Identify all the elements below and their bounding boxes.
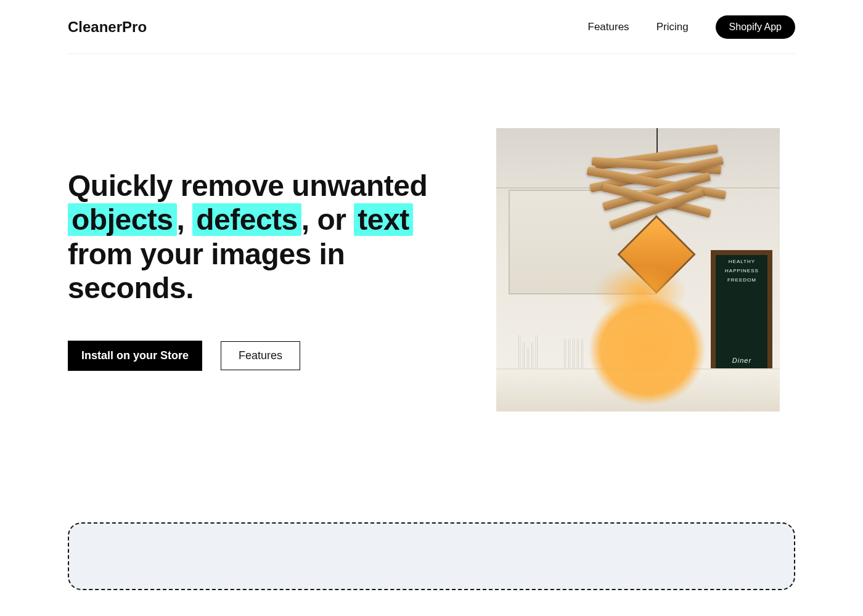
upload-dropzone[interactable] [68, 522, 795, 590]
brand-logo: CleanerPro [68, 18, 147, 36]
headline-lead: Quickly remove unwanted [68, 169, 427, 202]
hero-section: Quickly remove unwanted objects, defects… [68, 54, 795, 522]
nav-link-features[interactable]: Features [588, 21, 629, 33]
headline-highlight-objects: objects [68, 203, 177, 236]
hero-copy: Quickly remove unwanted objects, defects… [68, 169, 444, 371]
headline-highlight-defects: defects [192, 203, 301, 236]
nav-link-pricing[interactable]: Pricing [656, 21, 689, 33]
chalkboard-line: FREEDOM [716, 277, 767, 283]
headline-tail: from your images in seconds. [68, 238, 345, 304]
image-pendant-lamp [583, 153, 730, 239]
headline-sep2: , or [301, 203, 354, 236]
header: CleanerPro Features Pricing Shopify App [68, 0, 795, 54]
hero-demo-image: HEALTHY HAPPINESS FREEDOM Diner [496, 128, 780, 411]
install-on-store-button[interactable]: Install on your Store [68, 341, 202, 371]
image-selection-mask [576, 282, 718, 405]
nav-cta-shopify-app[interactable]: Shopify App [716, 15, 795, 39]
image-chalkboard: HEALTHY HAPPINESS FREEDOM Diner [711, 250, 772, 379]
chalkboard-line: HEALTHY [716, 259, 767, 264]
hero-headline: Quickly remove unwanted objects, defects… [68, 169, 444, 305]
chalkboard-line: HAPPINESS [716, 268, 767, 274]
headline-sep1: , [177, 203, 193, 236]
hero-cta-row: Install on your Store Features [68, 341, 444, 371]
headline-highlight-text: text [354, 203, 412, 236]
top-nav: Features Pricing Shopify App [588, 15, 795, 39]
features-button[interactable]: Features [221, 341, 300, 370]
chalkboard-line: Diner [716, 357, 767, 364]
hero-image-wrap: HEALTHY HAPPINESS FREEDOM Diner [481, 128, 795, 411]
